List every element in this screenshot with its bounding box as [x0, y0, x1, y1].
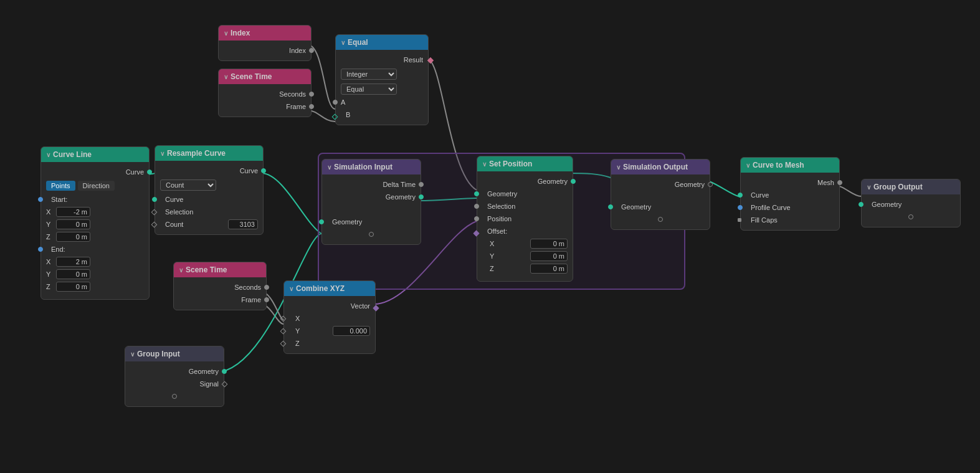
- index-output-socket: [309, 48, 314, 53]
- curve-output-socket: [147, 170, 152, 174]
- end-z-label: Z: [46, 283, 54, 290]
- sim-out-title: Simulation Output: [623, 163, 688, 171]
- node-index: ∨ Index Index: [218, 25, 312, 61]
- offset-y-row: Y: [477, 250, 573, 262]
- index-output-row: Index: [219, 44, 311, 57]
- start-x-input[interactable]: [56, 207, 90, 217]
- sim-input-title: Simulation Input: [334, 163, 392, 171]
- offset-x-input[interactable]: [530, 239, 568, 249]
- frame-row: Frame: [219, 100, 311, 113]
- integer-select[interactable]: Integer: [341, 69, 397, 80]
- end-socket: [38, 247, 43, 252]
- chevron-icon-9: ∨: [746, 162, 750, 169]
- start-z-label: Z: [46, 233, 54, 241]
- set-pos-offset: Offset:: [477, 225, 573, 237]
- result-socket: [427, 57, 434, 64]
- resample-mode-row: Count: [155, 177, 263, 193]
- set-pos-pos-socket: [474, 216, 479, 221]
- node-equal-header: ∨ Equal: [336, 35, 428, 50]
- end-x-input[interactable]: [56, 257, 90, 267]
- combine-x-label: X: [295, 315, 370, 322]
- end-y-label: Y: [46, 270, 54, 278]
- node-curve-to-mesh: ∨ Curve to Mesh Mesh Curve Profile Curve…: [740, 157, 840, 231]
- st2-frame-label: Frame: [241, 296, 261, 303]
- offset-y-input[interactable]: [530, 251, 568, 261]
- profile-curve-label: Profile Curve: [751, 204, 791, 211]
- sim-geo-out-label: Geometry: [386, 193, 416, 201]
- fill-caps-socket: [738, 218, 741, 222]
- direction-tab[interactable]: Direction: [78, 181, 115, 191]
- a-socket: [333, 100, 338, 105]
- end-y-input[interactable]: [56, 269, 90, 279]
- node-scene-time-1-title: Scene Time: [231, 72, 272, 81]
- gi-geometry-socket: [222, 369, 227, 374]
- mesh-out-socket: [837, 180, 842, 185]
- vector-out-row: Vector: [284, 300, 375, 312]
- chevron-icon-4: ∨: [46, 151, 50, 158]
- seconds-label: Seconds: [279, 90, 306, 98]
- start-x-label: X: [46, 208, 54, 216]
- set-pos-offset-label: Offset:: [487, 227, 507, 235]
- frame-socket: [309, 104, 314, 109]
- sim-geo-in-socket: [319, 219, 324, 224]
- mesh-out-row: Mesh: [741, 176, 839, 189]
- chevron-icon-10: ∨: [867, 184, 871, 191]
- end-z-input[interactable]: [56, 282, 90, 292]
- sim-out-geo-out-label: Geometry: [675, 181, 705, 188]
- start-x-row: X: [41, 206, 149, 218]
- combine-y-input[interactable]: [333, 326, 370, 336]
- count-input[interactable]: [228, 219, 258, 229]
- offset-z-input[interactable]: [530, 264, 568, 274]
- sim-extra-socket: [369, 232, 374, 237]
- end-label-row: End:: [41, 243, 149, 256]
- set-pos-geo-in-label: Geometry: [487, 190, 517, 198]
- chevron-icon-6: ∨: [327, 164, 331, 171]
- resample-curve-in-row: Curve: [155, 193, 263, 206]
- node-curve-line-header: ∨ Curve Line: [41, 147, 149, 162]
- resample-curve-out-label: Curve: [240, 167, 258, 174]
- gi-signal-row: Signal: [125, 378, 224, 390]
- combine-z-socket: [280, 341, 287, 347]
- chevron-icon-8: ∨: [616, 164, 621, 171]
- equal-op-select[interactable]: Equal: [341, 84, 397, 95]
- sim-out-geo-in-socket: [608, 204, 613, 209]
- chevron-icon-5: ∨: [160, 150, 164, 157]
- node-curve-line-title: Curve Line: [53, 150, 92, 159]
- curve-line-output-row: Curve: [41, 166, 149, 178]
- b-socket: [332, 114, 338, 120]
- curve-mesh-curve-in-label: Curve: [751, 191, 769, 199]
- selection-label: Selection: [165, 208, 193, 216]
- sim-geo-in-label: Geometry: [332, 218, 362, 226]
- delta-time-socket: [419, 182, 424, 187]
- set-pos-sel-label: Selection: [487, 203, 515, 210]
- vector-out-label: Vector: [351, 302, 370, 310]
- group-input-header: ∨ Group Input: [125, 346, 224, 361]
- set-pos-geo-out-socket: [571, 179, 576, 184]
- tab-row: Points Direction: [41, 178, 149, 193]
- fill-caps-row: Fill Caps: [741, 214, 839, 226]
- combine-z-label: Z: [295, 340, 300, 347]
- points-tab[interactable]: Points: [46, 181, 75, 191]
- set-pos-sel-socket: [474, 204, 479, 209]
- a-input-row: A: [336, 96, 428, 108]
- start-z-input[interactable]: [56, 232, 90, 242]
- curve-mesh-curve-in-socket: [738, 193, 743, 198]
- resample-mode-select[interactable]: Count: [160, 179, 216, 191]
- frame-label: Frame: [286, 103, 306, 110]
- node-curve-line: ∨ Curve Line Curve Points Direction Star…: [40, 146, 150, 300]
- resample-curve-output: Curve: [155, 165, 263, 177]
- st2-seconds-label: Seconds: [234, 284, 261, 291]
- sim-input-header: ∨ Simulation Input: [322, 160, 421, 174]
- start-y-input[interactable]: [56, 219, 90, 229]
- node-index-header: ∨ Index: [219, 26, 311, 41]
- delta-time-label: Delta Time: [383, 181, 416, 188]
- resample-selection-row: Selection: [155, 206, 263, 218]
- start-y-row: Y: [41, 218, 149, 231]
- set-pos-geo-out-label: Geometry: [538, 178, 568, 185]
- chevron-icon-7: ∨: [482, 161, 487, 168]
- offset-x-label: X: [490, 240, 528, 247]
- st2-seconds-socket: [264, 285, 269, 290]
- count-label: Count: [165, 221, 226, 228]
- offset-z-row: Z: [477, 262, 573, 275]
- combine-y-socket: [280, 328, 287, 335]
